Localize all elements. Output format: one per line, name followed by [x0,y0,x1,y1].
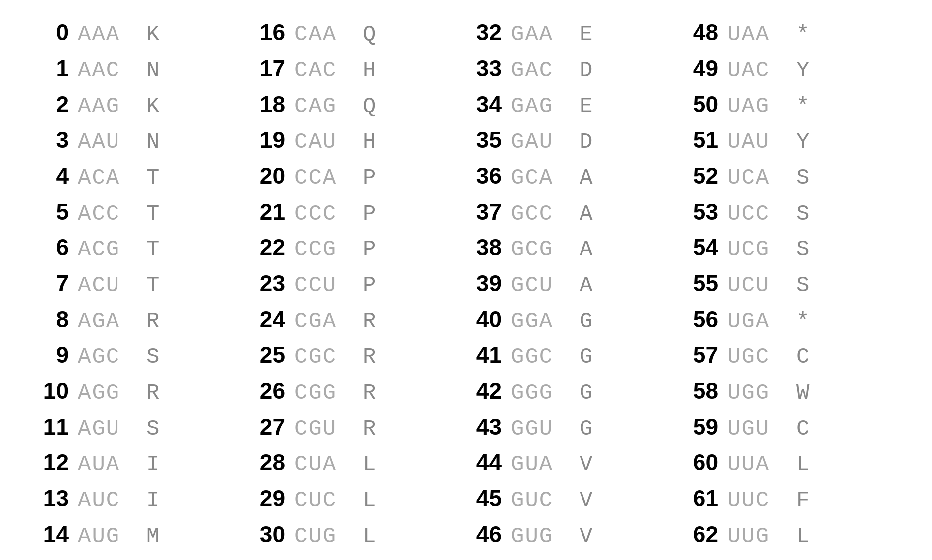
amino-acid: E [571,22,600,47]
codon-sequence: CGC [294,344,354,369]
amino-acid: K [137,22,167,47]
codon-sequence: CCU [294,273,354,298]
table-row: 37GCCA [466,194,683,230]
codon-sequence: AAG [78,94,137,118]
codon-sequence: UAG [727,94,787,118]
table-row: 7ACUT [33,266,249,302]
codon-index: 40 [466,306,511,333]
amino-acid: P [354,273,384,298]
codon-sequence: CCA [294,165,354,190]
codon-index: 5 [33,198,78,225]
table-row: 29CUCL [249,481,466,517]
amino-acid: R [354,344,384,369]
table-row: 30CUGL [249,517,466,553]
codon-index: 25 [249,341,294,368]
amino-acid: G [571,380,600,405]
codon-sequence: UCG [727,237,787,262]
codon-index: 31 [249,557,294,560]
table-row: 39GCUA [466,266,683,302]
amino-acid: C [787,416,817,441]
amino-acid: L [354,452,384,477]
amino-acid: E [571,94,600,118]
codon-sequence: UGG [727,380,787,405]
table-row: 9AGCS [33,337,249,373]
amino-acid: R [354,416,384,441]
amino-acid: S [787,201,817,226]
table-row: 3AAUN [33,122,249,158]
amino-acid: G [571,416,600,441]
column-0: 0AAAK1AACN2AAGK3AAUN4ACAT5ACCT6ACGT7ACUT… [33,15,249,560]
table-row: 60UUAL [683,445,899,481]
codon-index: 37 [466,198,511,225]
table-row: 41GGCG [466,337,683,373]
codon-index: 32 [466,19,511,46]
amino-acid: R [137,309,167,334]
codon-sequence: UUA [727,452,787,477]
table-row: 23CCUP [249,266,466,302]
table-row: 10AGGR [33,373,249,409]
codon-index: 29 [249,485,294,512]
codon-index: 57 [683,341,727,368]
codon-index: 55 [683,270,727,297]
amino-acid: R [354,380,384,405]
table-row: 31CUUL [249,553,466,560]
codon-index: 43 [466,413,511,440]
table-row: 20CCAP [249,158,466,194]
table-row: 25CGCR [249,337,466,373]
codon-sequence: CAG [294,94,354,118]
codon-index: 14 [33,521,78,548]
table-row: 26CGGR [249,373,466,409]
codon-sequence: AGC [78,344,137,369]
codon-index: 36 [466,162,511,189]
codon-sequence: AAU [78,129,137,154]
table-row: 21CCCP [249,194,466,230]
table-row: 40GGAG [466,302,683,337]
amino-acid: T [137,165,167,190]
codon-sequence: AAA [78,22,137,47]
amino-acid: A [571,165,600,190]
amino-acid: D [571,58,600,83]
codon-index: 20 [249,162,294,189]
amino-acid: N [137,129,167,154]
amino-acid: L [354,524,384,549]
codon-sequence: AAC [78,58,137,83]
table-row: 14AUGM [33,517,249,553]
codon-index: 52 [683,162,727,189]
amino-acid: N [137,58,167,83]
codon-sequence: GGC [511,344,571,369]
table-row: 57UGCC [683,337,899,373]
amino-acid: K [137,94,167,118]
codon-index: 54 [683,234,727,261]
table-row: 17CACH [249,51,466,87]
codon-index: 60 [683,449,727,476]
amino-acid: * [787,309,817,334]
amino-acid: Y [787,129,817,154]
codon-index: 1 [33,55,78,82]
amino-acid: A [571,201,600,226]
codon-index: 17 [249,55,294,82]
codon-index: 33 [466,55,511,82]
codon-sequence: ACG [78,237,137,262]
codon-index: 41 [466,341,511,368]
table-row: 4ACAT [33,158,249,194]
codon-sequence: UAA [727,22,787,47]
table-row: 48UAA* [683,15,899,51]
codon-sequence: GCG [511,237,571,262]
codon-index: 38 [466,234,511,261]
amino-acid: V [571,452,600,477]
codon-index: 44 [466,449,511,476]
amino-acid: L [787,524,817,549]
codon-index: 26 [249,377,294,404]
codon-sequence: AGG [78,380,137,405]
table-row: 8AGAR [33,302,249,337]
table-row: 22CCGP [249,230,466,266]
codon-sequence: UUG [727,524,787,549]
table-row: 35GAUD [466,122,683,158]
amino-acid: H [354,129,384,154]
table-row: 55UCUS [683,266,899,302]
amino-acid: M [137,524,167,549]
table-row: 1AACN [33,51,249,87]
codon-index: 50 [683,91,727,117]
codon-index: 62 [683,521,727,548]
table-row: 28CUAL [249,445,466,481]
